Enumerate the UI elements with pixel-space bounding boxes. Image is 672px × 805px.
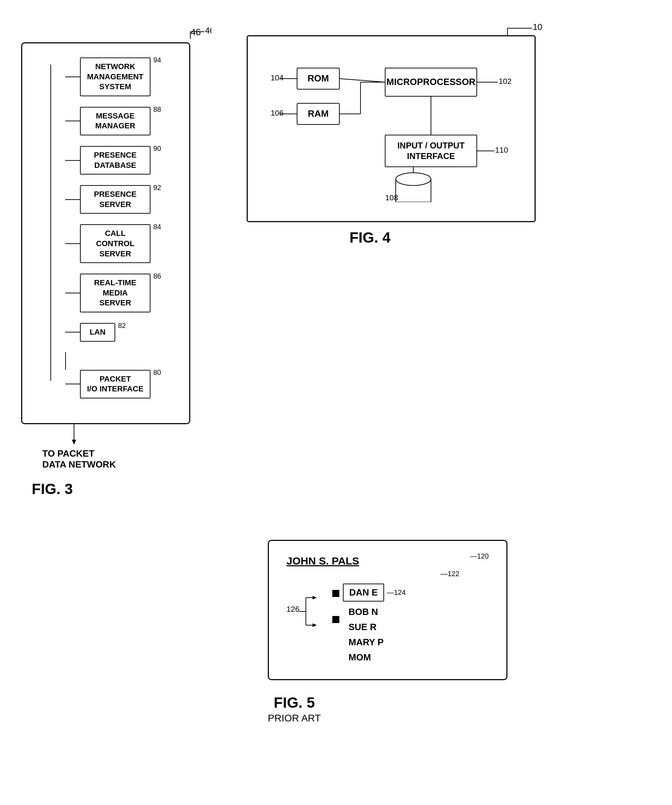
bottom-row: JOHN S. PALS —122 —120 <box>21 519 651 724</box>
fig3-down-arrow <box>70 424 77 445</box>
svg-text:126: 126 <box>287 605 300 614</box>
fig3-caption-text: TO PACKET DATA NETWORK <box>42 448 116 470</box>
svg-text:INPUT / OUTPUT: INPUT / OUTPUT <box>397 141 465 150</box>
fig3-ps-hline <box>65 199 80 200</box>
fig5-ref120: —120 <box>470 552 489 560</box>
fig3-rtms-box: REAL-TIMEMEDIASERVER <box>80 274 151 312</box>
fig3-ps-ref: 92 <box>153 184 161 192</box>
fig3-rtms-ref: 86 <box>153 272 161 280</box>
fig3-pio-vline <box>65 352 66 370</box>
svg-rect-14 <box>385 135 477 167</box>
fig5-dan-box: DAN E <box>343 583 384 601</box>
fig3-pd-box: PRESENCEDATABASE <box>80 146 151 174</box>
fig3-lan-hline <box>65 332 80 332</box>
fig5-bullets-col <box>332 590 339 623</box>
fig3-nms-hline <box>65 77 80 77</box>
fig3-lan-row: LAN 82 <box>65 323 172 342</box>
fig3-pio-hline <box>65 384 80 384</box>
fig4-ref-arrow: 100 <box>493 18 543 35</box>
fig5-diagram: JOHN S. PALS —122 —120 <box>268 540 507 724</box>
svg-marker-38 <box>313 596 317 600</box>
svg-text:108: 108 <box>385 193 398 202</box>
svg-text:ROM: ROM <box>308 73 329 84</box>
fig3-outer-box: NETWORKMANAGEMENTSYSTEM 94 MESSAGEMANAGE… <box>21 42 190 424</box>
svg-text:110: 110 <box>495 146 508 154</box>
fig3-cc-ref: 84 <box>153 223 161 231</box>
fig3-pd-ref: 90 <box>153 145 161 153</box>
fig3-ps-box: PRESENCESERVER <box>80 185 151 214</box>
fig5-left-arrows: 126 <box>287 583 329 640</box>
svg-text:46: 46 <box>205 26 211 35</box>
fig3-rtms-hline <box>65 292 80 293</box>
svg-marker-40 <box>313 623 317 627</box>
svg-text:104: 104 <box>270 73 284 82</box>
fig4-svg: ROM RAM MICROPROCESSOR INPUT / OUTPUT IN… <box>269 54 516 202</box>
page: 46 46 NE <box>0 0 672 805</box>
svg-line-17 <box>339 79 385 82</box>
fig3-nms-row: NETWORKMANAGEMENTSYSTEM 94 <box>65 58 172 96</box>
fig5-content: 126 <box>287 583 489 665</box>
fig3-nms-ref: 94 <box>153 56 161 64</box>
fig5-title: JOHN S. PALS <box>287 555 467 567</box>
fig5-bobn: BOB N <box>343 605 406 619</box>
fig4-label: FIG. 4 <box>247 229 493 246</box>
svg-marker-4 <box>72 440 76 445</box>
fig3-cc-box: CALLCONTROLSERVER <box>80 224 151 263</box>
fig3-ps-row: PRESENCESERVER 92 <box>65 185 172 214</box>
fig4-diagram: 100 ROM RAM MICROPROC <box>247 35 536 246</box>
fig5-ref124: —124 <box>387 588 406 596</box>
svg-text:RAM: RAM <box>308 108 328 119</box>
fig3-mm-hline <box>65 121 80 121</box>
fig5-dan-row: DAN E —124 <box>343 583 406 601</box>
fig3-components: NETWORKMANAGEMENTSYSTEM 94 MESSAGEMANAGE… <box>51 58 172 409</box>
svg-text:MICROPROCESSOR: MICROPROCESSOR <box>387 77 476 87</box>
fig3-lan-ref: 82 <box>118 322 126 330</box>
svg-text:102: 102 <box>498 77 512 86</box>
fig4-outer-box: ROM RAM MICROPROCESSOR INPUT / OUTPUT IN… <box>247 35 536 222</box>
fig3-lan-box: LAN <box>80 323 115 342</box>
fig3-cc-hline <box>65 243 80 244</box>
fig3-pio-box: PACKETI/O INTERFACE <box>80 370 151 398</box>
fig3-label: FIG. 3 <box>32 481 73 498</box>
fig3-backbone <box>51 64 51 381</box>
fig3-caption-line2: DATA NETWORK <box>42 459 116 470</box>
fig3-pd-row: PRESENCEDATABASE 90 <box>65 146 172 174</box>
fig5-label: FIG. 5 <box>274 694 315 711</box>
fig5-names-col: DAN E —124 BOB N SUE R MARY P MOM <box>343 583 406 665</box>
fig5-bullet-1 <box>332 590 339 597</box>
fig3-pio-row: PACKETI/O INTERFACE 80 <box>65 370 161 398</box>
fig3-mm-ref: 88 <box>153 105 161 113</box>
fig3-pio-section: PACKETI/O INTERFACE 80 <box>65 352 172 409</box>
fig5-title-area: JOHN S. PALS —122 —120 <box>287 555 489 578</box>
fig5-outer-box: JOHN S. PALS —122 —120 <box>268 540 507 680</box>
fig3-pio-ref: 80 <box>153 368 161 376</box>
fig5-caption: PRIOR ART <box>268 713 321 724</box>
fig5-bullet-2 <box>332 616 339 623</box>
fig3-mm-row: MESSAGEMANAGER 88 <box>65 107 172 135</box>
fig3-caption-line1: TO PACKET <box>42 448 116 459</box>
fig5-arrows-svg: 126 <box>287 583 329 640</box>
fig3-rtms-row: REAL-TIMEMEDIASERVER 86 <box>65 274 172 312</box>
fig5-mom: MOM <box>343 650 406 665</box>
fig3-diagram: 46 46 NE <box>21 42 190 498</box>
fig3-down-arrow-svg <box>70 424 77 445</box>
fig3-mm-box: MESSAGEMANAGER <box>80 107 151 135</box>
fig3-pd-hline <box>65 160 80 161</box>
svg-text:INTERFACE: INTERFACE <box>407 151 455 161</box>
svg-text:106: 106 <box>270 108 284 117</box>
svg-point-24 <box>396 173 431 186</box>
fig3-nms-box: NETWORKMANAGEMENTSYSTEM <box>80 58 151 96</box>
fig5-suer: SUE R <box>343 619 406 635</box>
fig5-ref122: —122 <box>287 570 459 578</box>
svg-text:100: 100 <box>533 22 543 32</box>
fig5-maryp: MARY P <box>343 635 406 650</box>
fig5-label-area: FIG. 5 PRIOR ART <box>268 687 321 724</box>
fig3-ref-arrow: 46 <box>169 21 211 42</box>
fig3-cc-row: CALLCONTROLSERVER 84 <box>65 224 172 263</box>
